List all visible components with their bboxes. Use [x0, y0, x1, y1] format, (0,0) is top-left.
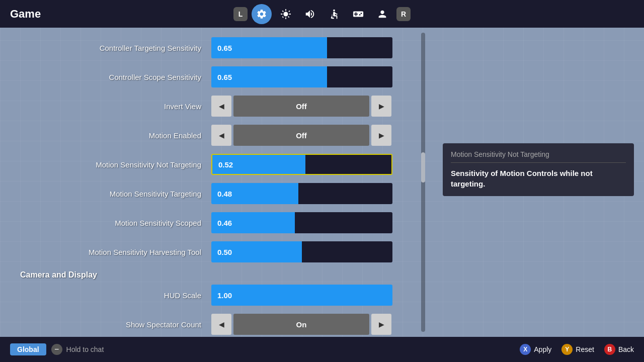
slider-fill: 0.50 [211, 241, 302, 262]
slider-empty [295, 212, 392, 233]
slider-fill: 0.48 [211, 183, 298, 204]
setting-row-invert-view: Invert View ◀ Off ▶ [20, 94, 624, 119]
apply-label: Apply [534, 345, 551, 353]
apply-button[interactable]: X Apply [520, 344, 551, 355]
toggle-motion-enabled: ◀ Off ▶ [211, 125, 391, 146]
toggle-right-btn[interactable]: ▶ [371, 96, 391, 117]
label-controller-targeting-sensitivity: Controller Targeting Sensitivity [20, 44, 211, 52]
label-show-spectator-count: Show Spectator Count [20, 320, 211, 329]
minus-icon: − [51, 344, 62, 355]
x-badge: X [520, 344, 531, 355]
nav-icon-accessibility[interactable] [324, 4, 344, 24]
label-motion-sensitivity-not-targeting: Motion Sensitivity Not Targeting [20, 160, 211, 169]
toggle-value: Off [233, 125, 369, 146]
b-badge: B [604, 344, 615, 355]
setting-row-show-spectator-count: Show Spectator Count ◀ On ▶ [20, 312, 624, 337]
toggle-value: Off [233, 96, 369, 117]
toggle-show-spectator-count: ◀ On ▶ [211, 314, 391, 335]
toggle-left-btn[interactable]: ◀ [211, 125, 231, 146]
scrollbar[interactable] [419, 33, 428, 332]
bottom-bar: Global − Hold to chat X Apply Y Reset B … [0, 337, 644, 362]
label-motion-sensitivity-scoped: Motion Sensitivity Scoped [20, 219, 211, 227]
hold-chat: − Hold to chat [51, 344, 104, 355]
label-motion-sensitivity-targeting: Motion Sensitivity Targeting [20, 190, 211, 198]
label-motion-sensitivity-harvesting-tool: Motion Sensitivity Harvesting Tool [20, 248, 211, 256]
label-motion-enabled: Motion Enabled [20, 131, 211, 140]
tooltip: Motion Sensitivity Not Targeting Sensiti… [443, 143, 634, 196]
slider-value: 0.50 [217, 248, 232, 256]
hold-chat-label: Hold to chat [66, 345, 104, 353]
label-controller-scope-sensitivity: Controller Scope Sensitivity [20, 73, 211, 81]
toggle-invert-view: ◀ Off ▶ [211, 96, 391, 117]
toggle-left-btn[interactable]: ◀ [211, 314, 231, 335]
setting-row-controller-scope-sensitivity: Controller Scope Sensitivity 0.65 [20, 64, 624, 89]
top-bar: Game L [0, 0, 644, 28]
slider-fill: 0.65 [211, 66, 327, 87]
slider-value: 0.48 [217, 190, 232, 198]
slider-motion-sensitivity-targeting[interactable]: 0.48 [211, 183, 392, 204]
slider-fill: 0.52 [212, 155, 305, 174]
toggle-right-btn[interactable]: ▶ [371, 314, 391, 335]
setting-row-hud-scale: HUD Scale 1.00 [20, 283, 624, 308]
toggle-right-btn[interactable]: ▶ [371, 125, 391, 146]
setting-row-motion-sensitivity-scoped: Motion Sensitivity Scoped 0.46 [20, 210, 624, 235]
nav-icon-controller[interactable] [348, 4, 368, 24]
reset-button[interactable]: Y Reset [561, 344, 594, 355]
nav-icons: L [233, 4, 411, 24]
slider-hud-scale[interactable]: 1.00 [211, 285, 392, 306]
tooltip-body: Sensitivity of Motion Controls while not… [451, 168, 626, 189]
label-hud-scale: HUD Scale [20, 291, 211, 300]
slider-empty [327, 37, 392, 58]
scrollbar-track [421, 33, 425, 332]
back-button[interactable]: B Back [604, 344, 634, 355]
toggle-left-btn[interactable]: ◀ [211, 96, 231, 117]
scrollbar-thumb [421, 152, 425, 183]
y-badge: Y [561, 344, 573, 355]
slider-empty [327, 66, 392, 87]
bottom-left: Global − Hold to chat [10, 343, 104, 355]
slider-value: 0.52 [218, 160, 233, 169]
page-title: Game [10, 8, 41, 21]
bottom-right: X Apply Y Reset B Back [520, 344, 634, 355]
slider-controller-scope-sensitivity[interactable]: 0.65 [211, 66, 392, 87]
slider-empty [302, 241, 392, 262]
nav-icon-settings[interactable] [252, 4, 272, 24]
slider-value: 0.46 [217, 219, 232, 227]
slider-value: 0.65 [217, 73, 232, 81]
back-label: Back [618, 345, 634, 353]
section-camera-display: Camera and Display [20, 270, 624, 280]
setting-row-motion-sensitivity-harvesting-tool: Motion Sensitivity Harvesting Tool 0.50 [20, 239, 624, 264]
slider-motion-sensitivity-scoped[interactable]: 0.46 [211, 212, 392, 233]
nav-icon-brightness[interactable] [276, 4, 296, 24]
slider-controller-targeting-sensitivity[interactable]: 0.65 [211, 37, 392, 58]
toggle-value: On [233, 314, 369, 335]
slider-value: 0.65 [217, 44, 232, 52]
global-badge: Global [10, 343, 46, 355]
tooltip-title: Motion Sensitivity Not Targeting [451, 150, 626, 163]
slider-motion-sensitivity-not-targeting[interactable]: 0.52 [211, 154, 392, 175]
slider-empty [305, 155, 391, 174]
slider-empty [298, 183, 392, 204]
nav-icon-audio[interactable] [300, 4, 320, 24]
nav-icon-user[interactable] [372, 4, 392, 24]
nav-badge-r[interactable]: R [396, 7, 411, 21]
slider-fill: 0.65 [211, 37, 327, 58]
label-invert-view: Invert View [20, 102, 211, 111]
slider-fill: 0.46 [211, 212, 295, 233]
nav-badge-l[interactable]: L [233, 7, 248, 21]
main-content: Controller Targeting Sensitivity 0.65 Co… [0, 28, 644, 337]
svg-point-0 [333, 9, 335, 11]
setting-row-controller-targeting-sensitivity: Controller Targeting Sensitivity 0.65 [20, 35, 624, 60]
slider-value: 1.00 [217, 291, 232, 300]
slider-motion-sensitivity-harvesting-tool[interactable]: 0.50 [211, 241, 392, 262]
reset-label: Reset [576, 345, 594, 353]
